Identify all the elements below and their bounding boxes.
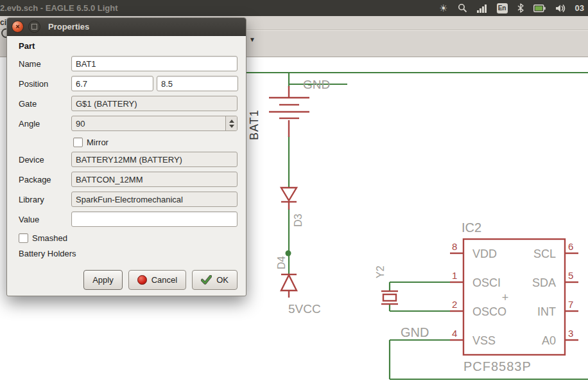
pin-name: OSCO <box>472 305 506 318</box>
package-row: Package BATTCON_12MM <box>19 172 238 187</box>
pin-name: VSS <box>472 334 496 347</box>
device-value: BATTERY12MM (BATTERY) <box>71 152 238 167</box>
angle-value: 90 <box>72 116 225 130</box>
value-label: Value <box>19 215 71 224</box>
position-y-input[interactable] <box>157 76 238 91</box>
gate-row: Gate G$1 (BATTERY) <box>19 96 238 111</box>
smashed-checkbox[interactable] <box>19 233 28 243</box>
pin-number: 3 <box>568 328 573 339</box>
spinbox-arrows-icon[interactable] <box>225 116 237 130</box>
position-row: Position <box>19 76 238 91</box>
apply-button[interactable]: Apply <box>83 270 123 290</box>
system-panel: 2.evb.sch - EAGLE 6.5.0 Light ☀ En 03 <box>0 0 588 16</box>
mirror-label: Mirror <box>87 138 108 147</box>
pin-name: A0 <box>542 334 556 347</box>
battery-icon[interactable] <box>533 4 546 12</box>
mirror-checkbox[interactable] <box>73 138 83 147</box>
cancel-icon <box>137 275 147 285</box>
maximize-icon <box>31 24 37 30</box>
pin-number: 8 <box>452 241 457 252</box>
volume-icon[interactable] <box>555 4 566 13</box>
angle-select[interactable]: 90 <box>71 116 238 131</box>
ok-label: OK <box>216 275 229 285</box>
pin-number: 2 <box>452 299 457 310</box>
d4-ref-label: D4 <box>276 256 287 269</box>
maximize-button[interactable] <box>28 21 40 33</box>
dialog-body: Part Name Position Gate G$1 (BATTERY) An… <box>7 41 246 296</box>
device-description: Battery Holders <box>19 249 246 258</box>
position-x-input[interactable] <box>71 76 153 91</box>
pin-name: OSCI <box>472 276 501 289</box>
pin-name: VDD <box>472 247 497 260</box>
pin-number: 7 <box>568 299 573 310</box>
signal-strength-icon[interactable] <box>477 4 487 13</box>
apply-label: Apply <box>92 275 114 285</box>
close-icon: × <box>15 23 19 30</box>
value-input[interactable] <box>71 211 238 227</box>
angle-row: Angle 90 <box>19 116 238 131</box>
dialog-title: Properties <box>48 22 89 31</box>
search-icon[interactable] <box>458 3 467 13</box>
pin-number: 6 <box>568 241 573 252</box>
wire-junction <box>286 251 291 256</box>
net-label-gnd-bottom: GND <box>401 325 429 339</box>
close-button[interactable]: × <box>12 21 24 33</box>
ic2-plus-mark: + <box>502 291 509 304</box>
ok-check-icon <box>201 275 212 285</box>
bluetooth-icon[interactable] <box>517 3 524 13</box>
pin-number: 4 <box>452 328 457 339</box>
y2-crystal-symbol[interactable] <box>381 291 398 304</box>
gate-value: G$1 (BATTERY) <box>71 96 238 111</box>
name-input[interactable] <box>71 56 238 71</box>
dialog-titlebar[interactable]: × Properties <box>7 18 246 36</box>
cancel-label: Cancel <box>151 275 177 285</box>
ic2-ref-label: IC2 <box>462 220 481 235</box>
ic2-value-label: PCF8583P <box>463 359 532 373</box>
clock[interactable]: 03 <box>575 3 584 13</box>
device-label: Device <box>19 155 71 165</box>
pin-number: 5 <box>568 270 573 281</box>
value-row: Value <box>19 211 238 227</box>
net-label-gnd-top: GND <box>303 78 330 91</box>
name-row: Name <box>19 56 238 71</box>
d3-diode-symbol[interactable] <box>281 188 297 210</box>
supply-label: 5VCC <box>288 302 321 316</box>
library-label: Library <box>19 195 71 204</box>
window-title: 2.evb.sch - EAGLE 6.5.0 Light <box>0 0 118 16</box>
device-row: Device BATTERY12MM (BATTERY) <box>19 152 238 167</box>
section-title-part: Part <box>19 41 246 51</box>
d4-diode-symbol[interactable] <box>281 274 297 298</box>
pin-name: INT <box>537 305 556 318</box>
gate-label: Gate <box>19 99 71 109</box>
ic2-chip[interactable]: 8 1 2 4 6 5 7 3 VDD OSCI OSCO VSS SCL SD… <box>450 239 578 355</box>
smashed-row: Smashed <box>19 233 238 243</box>
library-value: SparkFun-Electromechanical <box>71 192 238 207</box>
brightness-icon[interactable]: ☀ <box>439 0 447 16</box>
package-label: Package <box>19 175 71 184</box>
ok-button[interactable]: OK <box>192 270 238 290</box>
cancel-button[interactable]: Cancel <box>128 270 186 290</box>
battery-ref-label: BAT1 <box>248 109 261 140</box>
pin-name: SCL <box>533 247 556 260</box>
y2-ref-label: Y2 <box>375 265 386 278</box>
system-tray: ☀ En 03 <box>439 0 588 16</box>
angle-label: Angle <box>19 119 71 129</box>
dialog-buttons: Apply Cancel OK <box>7 270 246 290</box>
keyboard-indicator[interactable]: En <box>497 3 508 13</box>
pin-number: 1 <box>452 270 457 281</box>
battery-symbol[interactable] <box>269 86 309 137</box>
dropdown-arrow-icon[interactable]: ▼ <box>249 36 255 43</box>
name-label: Name <box>19 59 71 69</box>
pin-name: SDA <box>532 276 556 289</box>
library-row: Library SparkFun-Electromechanical <box>19 192 238 207</box>
smashed-label: Smashed <box>32 233 67 243</box>
position-label: Position <box>19 79 71 89</box>
d3-ref-label: D3 <box>293 213 304 227</box>
package-value: BATTCON_12MM <box>71 172 238 187</box>
properties-dialog: × Properties Part Name Position Gate G$1… <box>6 17 246 296</box>
mirror-row: Mirror <box>73 137 238 147</box>
